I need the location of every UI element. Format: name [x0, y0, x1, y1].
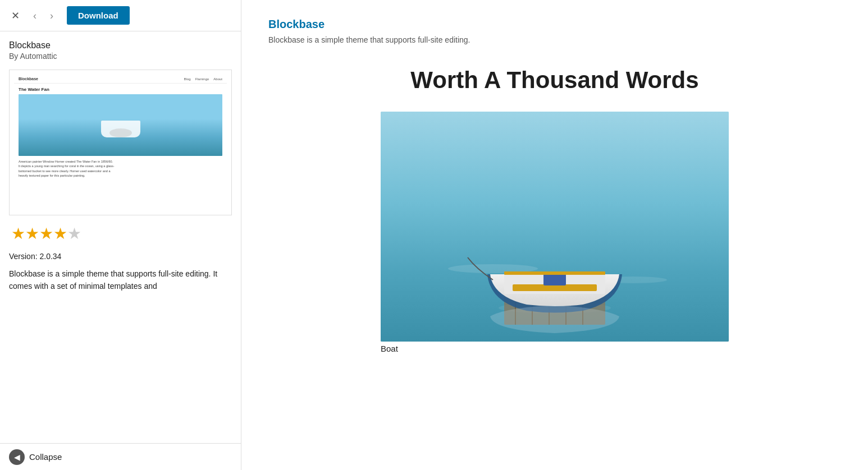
svg-rect-13: [504, 271, 605, 275]
collapse-icon: ◀: [9, 449, 25, 465]
star-3: ★: [39, 224, 53, 243]
image-caption: Boat: [381, 344, 729, 353]
toolbar: ✕ ‹ › Download: [0, 0, 241, 31]
star-4: ★: [53, 224, 67, 243]
theme-name: Blockbase: [9, 40, 232, 50]
star-5: ★: [67, 224, 81, 243]
theme-description: Blockbase is a simple theme that support…: [268, 35, 841, 44]
theme-preview-image[interactable]: Blockbase Blog Flamingo About The Water …: [9, 70, 232, 215]
right-panel: Blockbase Blockbase is a simple theme th…: [241, 0, 868, 470]
download-button[interactable]: Download: [67, 6, 130, 25]
collapse-footer[interactable]: ◀ Collapse: [0, 443, 241, 470]
close-button[interactable]: ✕: [7, 8, 24, 23]
back-button[interactable]: ‹: [29, 8, 41, 23]
theme-title[interactable]: Blockbase: [268, 18, 841, 31]
star-2: ★: [25, 224, 39, 243]
sidebar-description: Blockbase is a simple theme that support…: [9, 268, 232, 293]
collapse-label: Collapse: [29, 452, 62, 462]
boat-image-container: Boat: [381, 112, 729, 353]
rating-stars: ★ ★ ★ ★ ★: [9, 224, 232, 243]
left-panel: ✕ ‹ › Download Blockbase By Automattic B…: [0, 0, 241, 470]
theme-author: By Automattic: [9, 52, 232, 61]
boat-image: [381, 112, 729, 342]
forward-button[interactable]: ›: [45, 8, 58, 23]
star-1: ★: [11, 224, 25, 243]
panel-content: Blockbase By Automattic Blockbase Blog F…: [0, 31, 241, 443]
version-label: Version: 2.0.34: [9, 252, 232, 261]
hero-title: Worth A Thousand Words: [268, 67, 841, 94]
